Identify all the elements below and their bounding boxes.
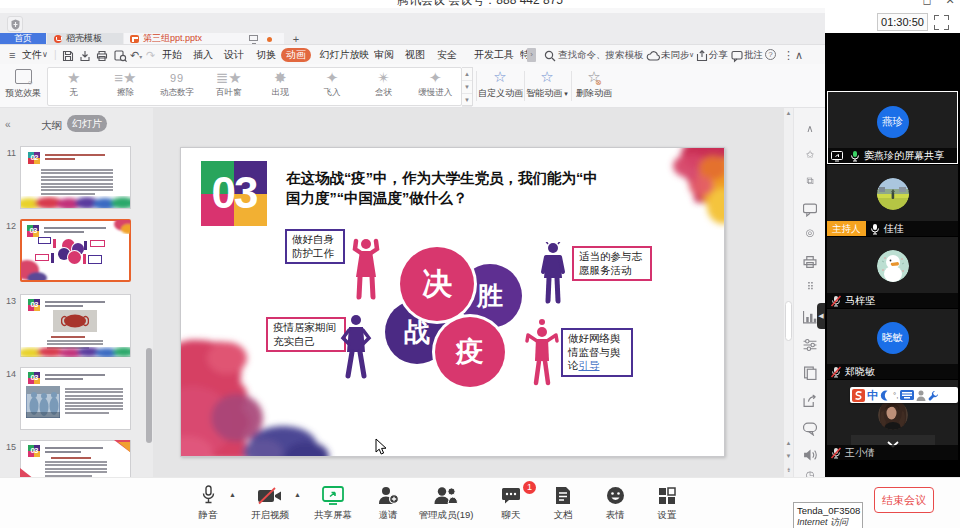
scrollbar-thumb[interactable]: [146, 348, 152, 443]
target-icon[interactable]: ◎: [803, 226, 817, 240]
gallery-item-flyin[interactable]: ✦飞入: [306, 68, 358, 105]
slide-thumbnail-15[interactable]: 03: [20, 440, 131, 478]
search-icon[interactable]: [544, 49, 556, 63]
menu-item-start[interactable]: 开始: [161, 48, 183, 62]
comment-icon[interactable]: [803, 203, 817, 217]
tab-slides[interactable]: 幻灯片: [67, 115, 107, 132]
gallery-expand-icon[interactable]: ▼: [462, 94, 472, 107]
canvas-vscrollbar[interactable]: ▲ ▲ ▼ ⇟: [784, 108, 793, 478]
apps-grid-icon[interactable]: ⠿: [803, 280, 817, 294]
new-tab-button[interactable]: +: [290, 34, 302, 45]
tab-home[interactable]: 首页: [0, 33, 46, 44]
panel-collapse-tab[interactable]: ◀: [817, 303, 825, 329]
save-icon[interactable]: [62, 49, 74, 63]
chat-icon[interactable]: [803, 422, 817, 436]
circle-yi[interactable]: 疫: [435, 317, 505, 387]
gallery-item-none[interactable]: ★无: [48, 68, 100, 105]
printer-icon[interactable]: [803, 255, 817, 269]
menu-item-view[interactable]: 视图: [404, 48, 426, 62]
gallery-item-wipe[interactable]: ≡★擦除: [100, 68, 152, 105]
emoji-button[interactable]: 表情: [597, 485, 633, 522]
moon-icon[interactable]: [880, 390, 891, 401]
comment-label[interactable]: 批注: [744, 48, 763, 62]
participant-tile-jiajia[interactable]: 主持人 佳佳: [827, 165, 958, 236]
comment-bubble-icon[interactable]: [731, 49, 743, 63]
slide-title[interactable]: 在这场战“疫”中，作为大学生党员，我们能为“中 国力度”“中国温度”做什么？: [286, 169, 636, 208]
label-box-1[interactable]: 做好自身 防护工作: [285, 229, 345, 264]
collapse-icon[interactable]: ∧: [803, 122, 817, 136]
gallery-item-slowin[interactable]: ✦缓慢进入: [409, 68, 461, 105]
end-meeting-button[interactable]: 结束会议: [874, 487, 934, 513]
cloud-sync-icon[interactable]: [646, 49, 660, 63]
collapse-ribbon-icon[interactable]: ∧: [795, 48, 803, 62]
chat-button[interactable]: 聊天 1: [492, 485, 530, 522]
mute-button[interactable]: 静音 ▲: [188, 485, 228, 522]
sync-chevron-icon[interactable]: ∨: [689, 48, 694, 62]
person-icon[interactable]: [916, 390, 926, 401]
gallery-item-box[interactable]: ✴盒状: [358, 68, 410, 105]
redo-icon[interactable]: ↷: [146, 48, 155, 62]
menu-item-design[interactable]: 设计: [223, 48, 245, 62]
slide-thumbnail-12-selected[interactable]: 03: [20, 219, 131, 282]
gallery-item-blinds[interactable]: ≣★百叶窗: [203, 68, 255, 105]
print-icon[interactable]: [96, 49, 108, 63]
copy-icon[interactable]: ⧉: [803, 174, 817, 188]
mute-caret-icon[interactable]: ▲: [229, 491, 236, 498]
video-button[interactable]: 开启视频 ▲: [245, 485, 295, 522]
menu-item-slideshow[interactable]: 幻灯片放映: [317, 48, 372, 62]
settings-sliders-icon[interactable]: [803, 338, 817, 352]
collapse-panel-icon[interactable]: «: [5, 119, 11, 130]
undo-icon[interactable]: ↶▾: [130, 48, 142, 62]
share-arrow-icon[interactable]: [696, 49, 708, 63]
label-box-4[interactable]: 做好网络舆 情监督与舆 论引导: [561, 328, 633, 377]
scroll-up2-icon[interactable]: ▲: [784, 440, 793, 446]
clipboard-icon[interactable]: [803, 366, 817, 380]
custom-animation-button[interactable]: ☆ 自定义动画: [478, 68, 522, 100]
tab-document[interactable]: 第三组ppt.pptx: [124, 33, 284, 44]
invite-button[interactable]: 邀请: [370, 485, 406, 522]
hyperlink[interactable]: 引导: [579, 360, 600, 371]
maximize-icon[interactable]: ◻: [921, 0, 933, 6]
label-box-2[interactable]: 适当的参与志 愿服务活动: [572, 246, 652, 281]
close-icon[interactable]: ✕: [944, 0, 956, 6]
video-caret-icon[interactable]: ▲: [294, 491, 301, 498]
settings-button[interactable]: 设置: [649, 485, 685, 522]
speaker-icon[interactable]: [803, 448, 817, 462]
share-label[interactable]: 分享: [709, 48, 728, 62]
sync-label[interactable]: 未同步: [661, 48, 690, 62]
docs-button[interactable]: 文档: [545, 485, 581, 522]
shield-icon[interactable]: [7, 16, 23, 32]
kebab-icon[interactable]: ⋮: [783, 48, 794, 62]
wrench-icon[interactable]: [928, 390, 939, 401]
file-menu[interactable]: 文件: [22, 48, 42, 62]
scroll-up-icon[interactable]: ▲: [784, 110, 793, 116]
ime-mode-label[interactable]: 中: [867, 388, 878, 403]
gallery-item-number[interactable]: 99动态数字: [151, 68, 203, 105]
punctuation-icon[interactable]: °,: [893, 391, 898, 400]
fullscreen-icon[interactable]: [934, 15, 949, 30]
wish-star-icon[interactable]: ✩: [803, 148, 817, 162]
circle-jue[interactable]: 决: [400, 247, 474, 321]
gallery-item-appear[interactable]: ✸出现: [255, 68, 307, 105]
keyboard-icon[interactable]: [900, 390, 914, 400]
chart-icon[interactable]: [803, 310, 817, 324]
hamburger-icon[interactable]: ≡: [9, 48, 15, 62]
current-slide[interactable]: 03 在这场战“疫”中，作为大学生党员，我们能为“中 国力度”“中国温度”做什么…: [180, 147, 725, 457]
participant-tile-yanzhen[interactable]: 燕珍 窦燕珍的屏幕共享: [827, 91, 958, 164]
file-menu-chevron-icon[interactable]: ∨: [42, 48, 48, 62]
gallery-down-icon[interactable]: ▼: [462, 81, 472, 94]
thumbnail-scrollbar[interactable]: [146, 113, 152, 473]
scroll-down-icon[interactable]: ▼: [784, 453, 793, 459]
print-preview-icon[interactable]: [114, 49, 127, 63]
participant-tile-zhengxiaomin[interactable]: 晓敏 郑晓敏: [827, 309, 958, 379]
menu-item-security[interactable]: 安全: [436, 48, 458, 62]
search-label[interactable]: 查找命令、搜索模板: [558, 48, 644, 62]
label-box-3[interactable]: 疫情居家期间 充实自己: [266, 317, 346, 352]
menu-more-chevron-icon[interactable]: ›: [527, 48, 536, 62]
scroll-page-icon[interactable]: ⇟: [784, 466, 793, 473]
menu-item-transition[interactable]: 切换: [255, 48, 277, 62]
smart-animation-button[interactable]: ☆ 智能动画 ▾: [526, 68, 568, 100]
slide-thumbnail-14[interactable]: 03: [20, 367, 131, 430]
menu-item-devtools[interactable]: 开发工具: [472, 48, 516, 62]
delete-animation-button[interactable]: ☆⊗ 删除动画: [573, 68, 615, 100]
